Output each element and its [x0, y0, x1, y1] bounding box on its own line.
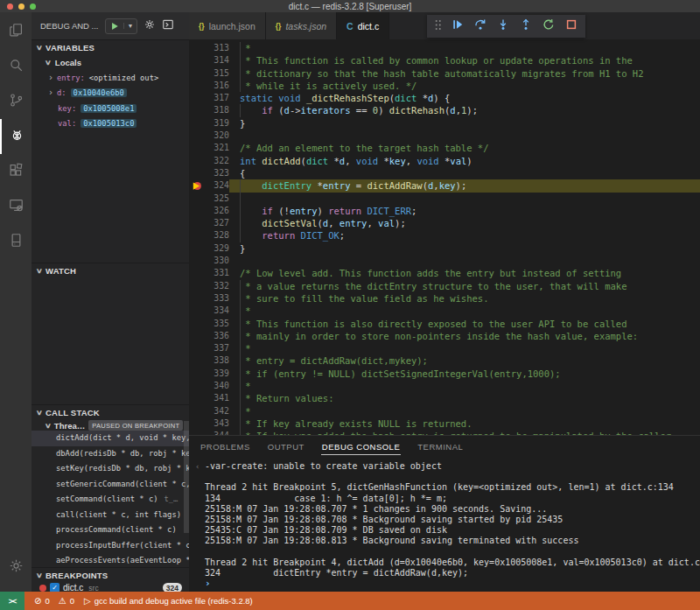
- gutter[interactable]: 325: [189, 193, 229, 205]
- stack-frame[interactable]: call(client * c, int flags): [32, 508, 189, 523]
- gutter[interactable]: 337: [189, 342, 229, 354]
- line-number[interactable]: 326: [203, 205, 229, 217]
- line-number[interactable]: 341: [203, 392, 229, 404]
- code-line[interactable]: 336 * mainly in order to store non-point…: [189, 330, 700, 342]
- line-number[interactable]: 327: [203, 217, 229, 229]
- stack-frame[interactable]: setGenericCommand(client * c,: [32, 477, 189, 493]
- code-line[interactable]: 334 *: [189, 305, 700, 317]
- line-number[interactable]: 343: [203, 417, 229, 430]
- stack-frame[interactable]: setCommand(client * c)t_…: [32, 492, 189, 508]
- stack-frame[interactable]: processInputBuffer(client * c: [32, 538, 189, 554]
- line-number[interactable]: 334: [203, 305, 229, 317]
- close-window-button[interactable]: [7, 4, 13, 10]
- gutter[interactable]: 323: [189, 167, 229, 179]
- code-line[interactable]: 327 dictSetVal(d, entry, val);: [189, 217, 700, 229]
- gutter[interactable]: 329: [189, 242, 229, 255]
- line-number[interactable]: 315: [203, 67, 229, 80]
- code-line[interactable]: 337 *: [189, 342, 700, 354]
- gutter[interactable]: 339: [189, 368, 229, 380]
- debug-config-dropdown[interactable]: ▼: [123, 23, 137, 29]
- stack-frame[interactable]: processCommand(client * c): [32, 522, 189, 538]
- line-number[interactable]: 340: [203, 380, 229, 392]
- start-debugging-button[interactable]: [106, 19, 123, 33]
- line-number[interactable]: 342: [203, 405, 229, 417]
- code-line[interactable]: 316 * while it is actively used. */: [189, 80, 700, 92]
- code-line[interactable]: 329}: [189, 242, 700, 255]
- drag-handle-icon[interactable]: [434, 18, 442, 35]
- breakpoint-row[interactable]: ✓ dict.c src 324: [32, 583, 189, 592]
- debug-view-button[interactable]: [0, 119, 32, 154]
- extensions-view-button[interactable]: [0, 154, 32, 189]
- code-line[interactable]: 319}: [189, 117, 700, 130]
- thread-row[interactable]: ∨ Threa… PAUSED ON BREAKPOINT: [32, 420, 189, 431]
- gutter[interactable]: 324: [189, 179, 229, 192]
- variable-row[interactable]: ›d:0x10040e6b0: [32, 86, 189, 102]
- line-number[interactable]: 324: [203, 179, 229, 192]
- gutter[interactable]: 314: [189, 54, 229, 67]
- stop-button[interactable]: [564, 18, 578, 34]
- tab-tasks.json[interactable]: {}tasks.json: [266, 12, 337, 39]
- line-number[interactable]: 318: [203, 104, 229, 116]
- gutter[interactable]: 335: [189, 318, 229, 330]
- line-number[interactable]: 335: [203, 318, 229, 330]
- scope-locals-row[interactable]: ∨ Locals: [32, 55, 189, 70]
- explorer-view-button[interactable]: [0, 14, 32, 49]
- minimize-window-button[interactable]: [18, 4, 24, 10]
- collapse-chevron-icon[interactable]: ‹: [195, 461, 200, 472]
- continue-button[interactable]: [450, 18, 465, 34]
- code-line[interactable]: 333 * sure to fill the value field as he…: [189, 292, 700, 305]
- line-number[interactable]: 319: [203, 117, 229, 130]
- line-number[interactable]: 337: [203, 342, 229, 354]
- gutter[interactable]: 317: [189, 92, 229, 104]
- code-line[interactable]: 344 * If key was added the hash entry is…: [189, 430, 700, 435]
- panel-tab-terminal[interactable]: TERMINAL: [416, 439, 464, 455]
- code-line[interactable]: 331/* Low level add. This function adds …: [189, 267, 700, 279]
- settings-button[interactable]: [0, 550, 32, 585]
- code-line[interactable]: 322int dictAdd(dict *d, void *key, void …: [189, 155, 700, 167]
- line-number[interactable]: 339: [203, 368, 229, 380]
- open-debug-console-button[interactable]: [162, 18, 174, 34]
- line-number[interactable]: 320: [203, 130, 229, 142]
- maximize-window-button[interactable]: [30, 4, 36, 10]
- code-line[interactable]: 323{: [189, 167, 700, 179]
- code-line[interactable]: 339 * if (entry != NULL) dictSetSignedIn…: [189, 368, 700, 380]
- step-into-button[interactable]: [495, 18, 510, 34]
- watch-section-header[interactable]: ∨ WATCH: [32, 263, 189, 278]
- line-number[interactable]: 336: [203, 330, 229, 342]
- line-number[interactable]: 338: [203, 354, 229, 367]
- debug-console-output[interactable]: ‹-var-create: unable to create variable …: [189, 458, 700, 592]
- gutter[interactable]: 333: [189, 292, 229, 305]
- code-line[interactable]: 318 if (d->iterators == 0) dictRehash(d,…: [189, 104, 700, 116]
- line-number[interactable]: 328: [203, 229, 229, 242]
- gutter[interactable]: 344: [189, 430, 229, 435]
- gutter[interactable]: 319: [189, 117, 229, 130]
- code-line[interactable]: 324 dictEntry *entry = dictAddRaw(d,key)…: [189, 179, 700, 192]
- gutter[interactable]: 315: [189, 67, 229, 80]
- line-number[interactable]: 314: [203, 54, 229, 67]
- server-view-button[interactable]: [0, 224, 32, 259]
- line-number[interactable]: 322: [203, 155, 229, 167]
- line-number[interactable]: 313: [203, 42, 229, 54]
- step-over-button[interactable]: [472, 18, 487, 34]
- stack-frame[interactable]: dictAdd(dict * d, void * key,: [32, 431, 189, 446]
- gutter[interactable]: 316: [189, 80, 229, 92]
- line-number[interactable]: 331: [203, 267, 229, 279]
- code-line[interactable]: 320: [189, 130, 700, 142]
- line-number[interactable]: 317: [203, 92, 229, 104]
- code-line[interactable]: 328 return DICT_OK;: [189, 229, 700, 242]
- line-number[interactable]: 325: [203, 193, 229, 205]
- active-task-status[interactable]: ▷ gcc build and debug active file (redis…: [84, 596, 253, 606]
- line-number[interactable]: 323: [203, 167, 229, 179]
- line-number[interactable]: 316: [203, 80, 229, 92]
- line-number[interactable]: 344: [203, 430, 229, 435]
- line-number[interactable]: 321: [203, 142, 229, 154]
- tab-dict.c[interactable]: Cdict.c: [337, 12, 389, 39]
- gutter[interactable]: 322: [189, 155, 229, 167]
- code-line[interactable]: 340 *: [189, 380, 700, 392]
- tab-launch.json[interactable]: {}launch.json: [189, 12, 266, 39]
- variable-row[interactable]: ›entry:<optimized out>: [32, 70, 189, 86]
- line-number[interactable]: 329: [203, 242, 229, 255]
- gutter[interactable]: 313: [189, 42, 229, 54]
- search-view-button[interactable]: [0, 49, 32, 84]
- variable-row[interactable]: key:0x1005008e1: [32, 101, 189, 116]
